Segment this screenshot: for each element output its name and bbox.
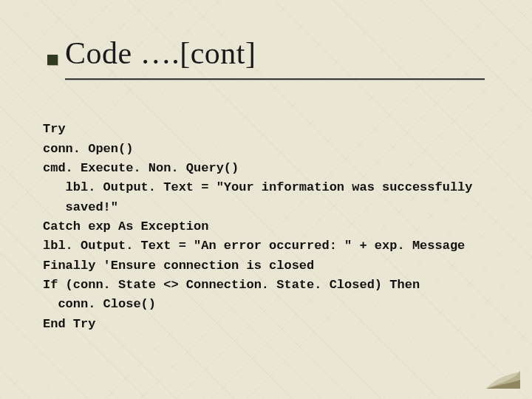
code-line: lbl. Output. Text = "Your information wa… [43,180,473,194]
slide: Code ….[cont] Try conn. Open() cmd. Exec… [0,0,532,399]
code-line: lbl. Output. Text = "An error occurred: … [43,239,465,253]
code-line: Try [43,122,66,136]
code-line: conn. Open() [43,142,133,156]
bullet-square-icon [47,55,58,65]
code-line: If (conn. State <> Connection. State. Cl… [43,278,420,292]
code-line: conn. Close() [43,297,156,311]
code-line: Catch exp As Exception [43,219,208,233]
code-line: Finally 'Ensure connection is closed [43,259,314,273]
code-block: Try conn. Open() cmd. Execute. Non. Quer… [43,100,485,353]
code-line: End Try [43,317,95,331]
page-curl-icon [486,371,520,389]
title-underline [65,78,485,80]
code-line: cmd. Execute. Non. Query() [43,161,239,175]
slide-title: Code ….[cont] [65,35,256,71]
title-row: Code ….[cont] [65,35,485,71]
code-line: saved!" [43,200,118,214]
